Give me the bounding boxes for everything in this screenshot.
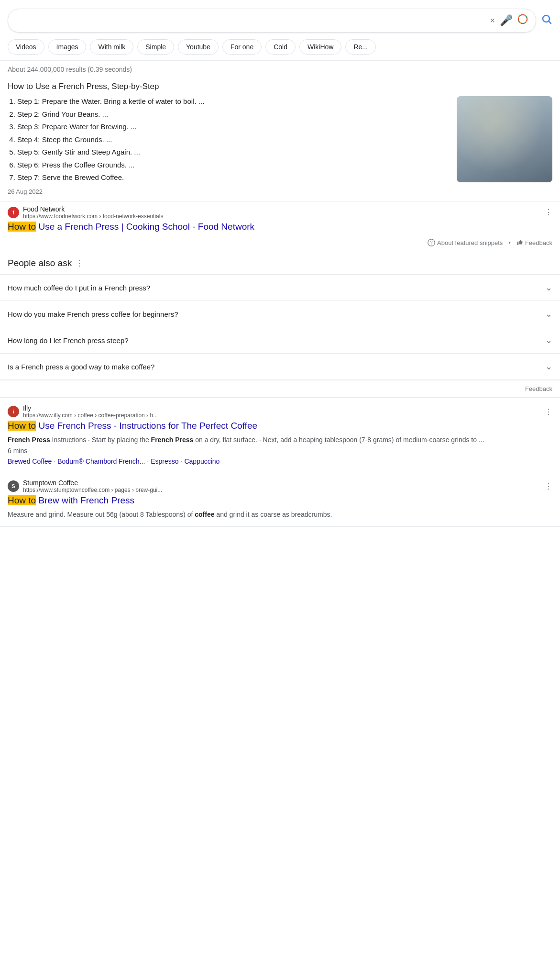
source-menu-dots[interactable]: ⋮ — [545, 208, 552, 217]
chip-youtube[interactable]: Youtube — [178, 39, 219, 55]
paa-chevron-3: ⌄ — [545, 335, 552, 345]
snippet-step-7: Step 7: Serve the Brewed Coffee. — [17, 172, 449, 183]
stumptown-snippet: Measure and grind. Measure out 56g (abou… — [8, 509, 552, 520]
svg-rect-8 — [517, 242, 518, 245]
paa-item-4[interactable]: Is a French press a good way to make cof… — [0, 354, 560, 380]
illy-source-url: https://www.illy.com › coffee › coffee-p… — [23, 412, 158, 419]
snippet-step-6: Step 6: Press the Coffee Grounds. ... — [17, 160, 449, 171]
stumptown-title-rest: Brew with French Press — [36, 495, 134, 505]
snippet-steps: Step 1: Prepare the Water. Bring a kettl… — [8, 96, 449, 195]
results-info: About 244,000,000 results (0.39 seconds) — [0, 61, 560, 76]
search-bar-container: how to make french press coffee × 🎤 — [0, 0, 560, 39]
title-highlight: How to — [8, 222, 36, 232]
snippet-step-1: Step 1: Prepare the Water. Bring a kettl… — [17, 96, 449, 107]
paa-question-2: How do you make French press coffee for … — [8, 310, 178, 318]
illy-source-name: Illy — [23, 404, 158, 412]
chip-cold[interactable]: Cold — [265, 39, 296, 55]
svg-line-5 — [549, 22, 551, 24]
filter-chips: Videos Images With milk Simple Youtube F… — [0, 39, 560, 61]
stumptown-menu-dots[interactable]: ⋮ — [545, 482, 552, 491]
illy-sep-3: · — [181, 457, 183, 465]
chip-simple[interactable]: Simple — [137, 39, 174, 55]
illy-menu-dots[interactable]: ⋮ — [545, 407, 552, 416]
search-bar: how to make french press coffee × 🎤 — [8, 9, 536, 33]
illy-favicon: i — [8, 406, 19, 417]
food-network-favicon: f — [8, 207, 19, 218]
paa-question-4: Is a French press a good way to make cof… — [8, 363, 154, 371]
mic-icon[interactable]: 🎤 — [500, 14, 513, 27]
stumptown-source-header: S Stumptown Coffee https://www.stumptown… — [8, 479, 552, 493]
illy-sep-1: · — [54, 457, 55, 465]
chip-for-one[interactable]: For one — [222, 39, 262, 55]
chip-more[interactable]: Re... — [345, 39, 376, 55]
paa-chevron-2: ⌄ — [545, 309, 552, 319]
source-name: Food Network — [23, 205, 163, 213]
illy-link-bodum[interactable]: Bodum® Chambord French... — [57, 457, 145, 465]
snippet-feedback-button[interactable]: Feedback — [516, 239, 552, 246]
title-rest: Use a French Press | Cooking School - Fo… — [36, 222, 254, 232]
illy-sep-2: · — [147, 457, 149, 465]
paa-chevron-4: ⌄ — [545, 361, 552, 372]
snippet-content: Step 1: Prepare the Water. Bring a kettl… — [8, 96, 552, 195]
paa-feedback[interactable]: Feedback — [0, 380, 560, 398]
lens-icon[interactable] — [517, 14, 528, 27]
stumptown-favicon: S — [8, 480, 19, 492]
paa-item-1[interactable]: How much coffee do I put in a French pre… — [0, 274, 560, 301]
about-featured-snippets[interactable]: ? About featured snippets — [428, 239, 503, 246]
illy-snippet: French Press Instructions · Start by pla… — [8, 434, 552, 445]
paa-title-row: People also ask ⋮ — [8, 258, 552, 268]
chip-images[interactable]: Images — [48, 39, 87, 55]
paa-question-1: How much coffee do I put in a French pre… — [8, 284, 150, 292]
chip-videos[interactable]: Videos — [8, 39, 44, 55]
stumptown-source-name: Stumptown Coffee — [23, 479, 162, 487]
paa-title: People also ask — [8, 258, 72, 268]
stumptown-result-title[interactable]: How to Brew with French Press — [8, 495, 134, 505]
snippet-date: 26 Aug 2022 — [8, 188, 449, 195]
snippet-title: How to Use a French Press, Step-by-Step — [8, 82, 552, 91]
search-result-stumptown: S Stumptown Coffee https://www.stumptown… — [0, 472, 560, 527]
snippet-feedback-row: ? About featured snippets • Feedback — [0, 235, 560, 250]
search-input[interactable]: how to make french press coffee — [16, 16, 485, 25]
search-submit-icon[interactable] — [541, 13, 552, 28]
feedback-separator: • — [508, 239, 511, 246]
illy-result-title[interactable]: How to Use French Press - Instructions f… — [8, 421, 257, 431]
chip-wikihow[interactable]: WikiHow — [299, 39, 341, 55]
illy-meta: 6 mins — [8, 447, 552, 455]
paa-item-2[interactable]: How do you make French press coffee for … — [0, 301, 560, 327]
snippet-step-5: Step 5: Gently Stir and Steep Again. ... — [17, 147, 449, 158]
snippet-step-3: Step 3: Prepare Water for Brewing. ... — [17, 122, 449, 133]
featured-source: f Food Network https://www.foodnetwork.c… — [0, 201, 560, 235]
featured-snippet: How to Use a French Press, Step-by-Step … — [0, 76, 560, 201]
illy-links: Brewed Coffee · Bodum® Chambord French..… — [8, 457, 552, 465]
clear-icon[interactable]: × — [490, 16, 495, 26]
featured-result-title[interactable]: How to Use a French Press | Cooking Scho… — [8, 222, 254, 232]
paa-menu-dots[interactable]: ⋮ — [76, 259, 83, 268]
illy-link-cappuccino[interactable]: Cappuccino — [184, 457, 220, 465]
search-result-illy: i Illy https://www.illy.com › coffee › c… — [0, 398, 560, 472]
paa-chevron-1: ⌄ — [545, 282, 552, 293]
people-also-ask-section: People also ask ⋮ How much coffee do I p… — [0, 250, 560, 380]
stumptown-title-highlight: How to — [8, 495, 36, 505]
source-header: f Food Network https://www.foodnetwork.c… — [8, 205, 552, 220]
illy-link-espresso[interactable]: Espresso — [151, 457, 178, 465]
illy-title-highlight: How to — [8, 421, 36, 431]
snippet-image — [457, 96, 552, 182]
illy-title-rest: Use French Press - Instructions for The … — [36, 421, 257, 431]
stumptown-source-url: https://www.stumptowncoffee.com › pages … — [23, 487, 162, 493]
illy-link-brewed[interactable]: Brewed Coffee — [8, 457, 52, 465]
illy-source-header: i Illy https://www.illy.com › coffee › c… — [8, 404, 552, 419]
paa-question-3: How long do I let French press steep? — [8, 336, 129, 345]
snippet-step-2: Step 2: Grind Your Beans. ... — [17, 109, 449, 120]
svg-text:?: ? — [430, 240, 433, 245]
paa-item-3[interactable]: How long do I let French press steep? ⌄ — [0, 327, 560, 354]
chip-with-milk[interactable]: With milk — [90, 39, 133, 55]
source-url: https://www.foodnetwork.com › food-netwo… — [23, 213, 163, 220]
snippet-step-4: Step 4: Steep the Grounds. ... — [17, 134, 449, 145]
